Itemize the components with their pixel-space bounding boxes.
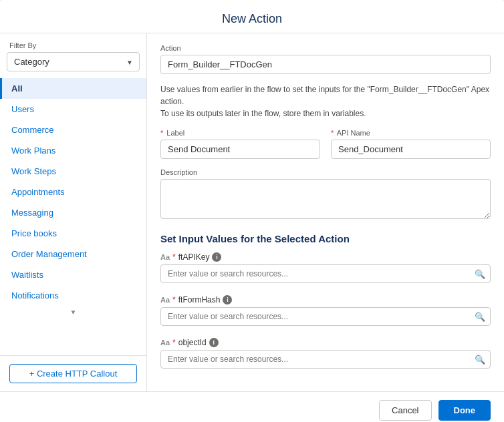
ftAPIKey-aa-icon: Aa [160, 253, 170, 261]
sidebar: Filter By Category Type Name All Users C… [0, 33, 147, 391]
sidebar-item-all[interactable]: All [0, 78, 146, 99]
ftAPIKey-input[interactable] [160, 264, 491, 283]
api-name-input[interactable] [331, 140, 491, 159]
label-required-star: * [160, 129, 163, 137]
sidebar-scroll-area: All Users Commerce Work Plans Work Steps… [0, 78, 146, 355]
ftAPIKey-label-row: Aa * ftAPIKey i [160, 252, 491, 262]
cancel-button[interactable]: Cancel [379, 400, 431, 421]
sidebar-item-appointments[interactable]: Appointments [0, 182, 146, 202]
objectId-input-wrap: 🔍 [160, 350, 491, 369]
scroll-down-arrow[interactable]: ▼ [0, 306, 146, 319]
objectId-input[interactable] [160, 350, 491, 369]
objectId-label-row: Aa * objectId i [160, 338, 491, 347]
sidebar-item-waitlists[interactable]: Waitlists [0, 264, 146, 285]
objectId-required-star: * [172, 338, 176, 347]
input-group-ftFormHash: Aa * ftFormHash i 🔍 [160, 295, 491, 326]
info-text: Use values from earlier in the flow to s… [160, 83, 491, 120]
filter-label: Filter By [0, 33, 146, 52]
sidebar-item-notifications[interactable]: Notifications [0, 285, 146, 306]
label-input[interactable] [160, 140, 320, 159]
sidebar-item-order-management[interactable]: Order Management [0, 244, 146, 264]
objectId-aa-icon: Aa [160, 339, 170, 347]
action-field-label: Action [160, 44, 491, 52]
description-textarea[interactable] [160, 179, 491, 219]
modal-footer: Cancel Done [0, 391, 504, 422]
sidebar-list: All Users Commerce Work Plans Work Steps… [0, 78, 146, 306]
modal-title: New Action [13, 12, 491, 26]
ftFormHash-info-icon[interactable]: i [223, 295, 232, 304]
done-button[interactable]: Done [438, 400, 491, 421]
sidebar-item-work-plans[interactable]: Work Plans [0, 140, 146, 161]
sidebar-item-work-steps[interactable]: Work Steps [0, 161, 146, 182]
modal-header: New Action [0, 0, 504, 33]
new-action-modal: New Action Filter By Category Type Name … [0, 0, 504, 422]
sidebar-item-users[interactable]: Users [0, 99, 146, 120]
sidebar-item-commerce[interactable]: Commerce [0, 120, 146, 140]
sidebar-list-container: All Users Commerce Work Plans Work Steps… [0, 78, 146, 355]
ftFormHash-aa-icon: Aa [160, 296, 170, 304]
create-callout-button-area: + Create HTTP Callout [0, 355, 146, 391]
filter-select-wrapper[interactable]: Category Type Name [7, 52, 140, 71]
action-field-group: Action [160, 44, 491, 74]
action-input[interactable] [160, 55, 491, 74]
ftFormHash-required-star: * [172, 295, 176, 304]
sidebar-item-messaging[interactable]: Messaging [0, 202, 146, 223]
label-field-label: * Label [160, 129, 320, 137]
api-name-field-group: * API Name [331, 129, 491, 159]
set-input-values-title: Set Input Values for the Selected Action [160, 233, 491, 244]
input-group-objectId: Aa * objectId i 🔍 [160, 338, 491, 369]
objectId-field-name: objectId [178, 338, 207, 347]
description-field-label: Description [160, 168, 491, 176]
sidebar-item-price-books[interactable]: Price books [0, 223, 146, 244]
api-name-required-star: * [331, 129, 334, 137]
info-text-line1: Use values from earlier in the flow to s… [160, 85, 489, 106]
modal-body: Filter By Category Type Name All Users C… [0, 33, 504, 391]
ftAPIKey-input-wrap: 🔍 [160, 264, 491, 283]
ftFormHash-field-name: ftFormHash [178, 295, 221, 304]
input-group-ftAPIKey: Aa * ftAPIKey i 🔍 [160, 252, 491, 283]
main-content: Action Use values from earlier in the fl… [147, 33, 504, 391]
api-name-field-label: * API Name [331, 129, 491, 137]
label-field-group: * Label [160, 129, 320, 159]
description-field-group: Description [160, 168, 491, 221]
objectId-info-icon[interactable]: i [209, 338, 219, 347]
ftAPIKey-field-name: ftAPIKey [178, 252, 210, 262]
label-apiname-row: * Label * API Name [160, 129, 491, 159]
ftAPIKey-required-star: * [172, 252, 176, 262]
create-http-callout-button[interactable]: + Create HTTP Callout [9, 364, 137, 383]
ftFormHash-input-wrap: 🔍 [160, 307, 491, 326]
info-text-line2: To use its outputs later in the flow, st… [160, 109, 366, 118]
filter-dropdown[interactable]: Category Type Name [7, 52, 140, 71]
ftFormHash-label-row: Aa * ftFormHash i [160, 295, 491, 304]
ftFormHash-input[interactable] [160, 307, 491, 326]
ftAPIKey-info-icon[interactable]: i [212, 252, 221, 262]
